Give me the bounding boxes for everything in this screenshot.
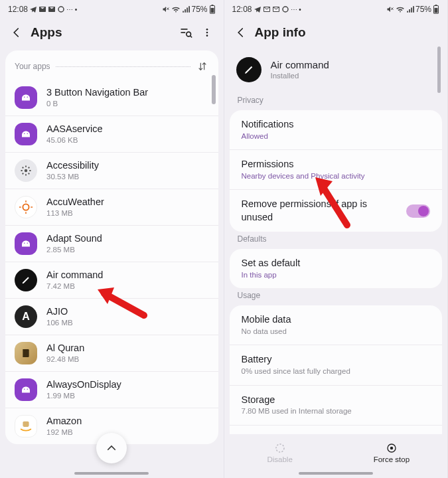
mute-icon — [386, 5, 394, 13]
svg-point-15 — [24, 133, 25, 135]
group-defaults: Defaults — [224, 232, 448, 249]
app-name: Adapt Sound — [46, 232, 209, 245]
search-filter-icon — [179, 26, 192, 39]
app-row-aasa[interactable]: AASAservice 45.06 KB — [5, 116, 218, 153]
svg-point-25 — [24, 389, 25, 390]
setting-title: Set as default — [242, 257, 431, 270]
svg-point-36 — [390, 447, 394, 450]
more-button[interactable] — [200, 25, 214, 40]
battery-icon — [433, 5, 439, 14]
row-battery[interactable]: Battery 0% used since last fully charged — [230, 345, 443, 385]
setting-title: Battery — [242, 353, 431, 366]
home-indicator[interactable] — [74, 472, 149, 475]
page-title: App info — [255, 25, 439, 40]
svg-point-12 — [206, 35, 208, 37]
setting-sub: 7.80 MB used in Internal storage — [242, 406, 431, 417]
app-size: 0 B — [46, 99, 209, 109]
row-setdefault[interactable]: Set as default In this app — [230, 249, 443, 288]
mail-icon — [38, 5, 46, 13]
app-size: 45.06 KB — [46, 135, 209, 145]
mute-icon — [162, 5, 170, 13]
app-size: 106 MB — [46, 318, 209, 328]
sort-button[interactable] — [196, 60, 209, 73]
svg-point-0 — [58, 7, 64, 12]
forcestop-label: Force stop — [374, 455, 410, 463]
svg-point-13 — [24, 97, 25, 98]
app-size: 92.48 MB — [46, 355, 209, 364]
mail-icon — [48, 5, 56, 13]
svg-rect-32 — [435, 5, 437, 5]
app-row-aod[interactable]: AlwaysOnDisplay 1.99 MB — [5, 372, 218, 408]
app-name: Amazon — [46, 415, 209, 428]
scrollbar[interactable] — [212, 75, 216, 104]
app-size: 30.53 MB — [46, 172, 209, 182]
sync-icon — [57, 5, 65, 13]
setting-sub: 0% used since last fully charged — [242, 366, 431, 377]
home-indicator[interactable] — [299, 472, 373, 475]
app-size: 113 MB — [46, 208, 209, 218]
setting-sub: In this app — [242, 270, 431, 281]
sync-icon — [281, 5, 289, 13]
svg-rect-27 — [23, 422, 29, 427]
app-row-alquran[interactable]: Al Quran 92.48 MB — [5, 335, 218, 372]
app-size: 1.99 MB — [46, 391, 209, 401]
search-filter-button[interactable] — [179, 25, 193, 40]
pen-icon — [243, 64, 255, 76]
setting-sub: Allowed — [242, 131, 431, 142]
app-row-aircommand[interactable]: Air command 7.42 MB — [5, 262, 218, 299]
your-apps-section: Your apps — [5, 50, 218, 80]
app-row-adaptsound[interactable]: Adapt Sound 2.85 MB — [5, 226, 218, 262]
disable-button: Disable — [224, 434, 336, 471]
app-row-3button[interactable]: 3 Button Navigation Bar 0 B — [5, 80, 218, 116]
disable-label: Disable — [267, 455, 292, 463]
row-storage[interactable]: Storage 7.80 MB used in Internal storage — [230, 386, 443, 426]
app-icon — [15, 269, 37, 291]
row-permissions[interactable]: Permissions Nearby devices and Physical … — [230, 150, 443, 190]
app-name: 3 Button Navigation Bar — [46, 86, 209, 99]
amazon-icon — [19, 419, 33, 434]
forcestop-icon — [386, 442, 398, 454]
apps-header: Apps — [0, 19, 224, 50]
setting-title: Notifications — [242, 118, 431, 131]
android-icon — [20, 239, 32, 248]
scroll-top-button[interactable] — [96, 433, 127, 463]
app-icon — [15, 378, 37, 401]
svg-point-28 — [283, 7, 288, 12]
row-notifications[interactable]: Notifications Allowed — [230, 110, 443, 150]
forcestop-button[interactable]: Force stop — [336, 434, 447, 471]
app-row-ajio[interactable]: A AJIO 106 MB — [5, 299, 218, 335]
svg-point-26 — [27, 389, 29, 390]
remove-permissions-toggle[interactable] — [406, 204, 430, 218]
wifi-icon — [396, 5, 405, 13]
app-row-accuweather[interactable]: AccuWeather 113 MB — [5, 189, 218, 226]
svg-point-14 — [27, 97, 29, 98]
app-icon — [15, 159, 37, 182]
disable-icon — [274, 442, 286, 454]
svg-point-11 — [206, 32, 208, 34]
svg-point-34 — [276, 444, 284, 452]
back-button[interactable] — [9, 25, 24, 40]
setting-sub: No data used — [242, 327, 431, 337]
status-time: 12:08 — [232, 5, 252, 14]
wifi-icon — [171, 5, 181, 13]
app-row-accessibility[interactable]: Accessibility 30.53 MB — [5, 153, 218, 189]
more-indicator: ⋯ • — [291, 6, 301, 13]
status-time: 12:08 — [8, 5, 28, 14]
telegram-icon — [29, 5, 37, 13]
page-title: Apps — [31, 25, 172, 40]
row-mobiledata[interactable]: Mobile data No data used — [230, 305, 443, 345]
svg-rect-4 — [211, 5, 213, 5]
appinfo-header: App info — [224, 19, 448, 50]
defaults-card: Set as default In this app — [230, 249, 443, 288]
svg-point-17 — [25, 169, 28, 173]
more-vert-icon — [202, 27, 212, 38]
scrollbar[interactable] — [437, 46, 441, 93]
section-divider — [56, 66, 190, 67]
setting-sub: Nearby devices and Physical activity — [242, 171, 431, 182]
statusbar: 12:08 ⋯ • 75% — [224, 0, 448, 19]
row-remove-permissions[interactable]: Remove permissions if app is unused — [230, 190, 443, 232]
app-size: 7.42 MB — [46, 281, 209, 291]
setting-title: Storage — [242, 394, 431, 407]
sort-icon — [197, 61, 208, 72]
back-button[interactable] — [234, 25, 248, 40]
